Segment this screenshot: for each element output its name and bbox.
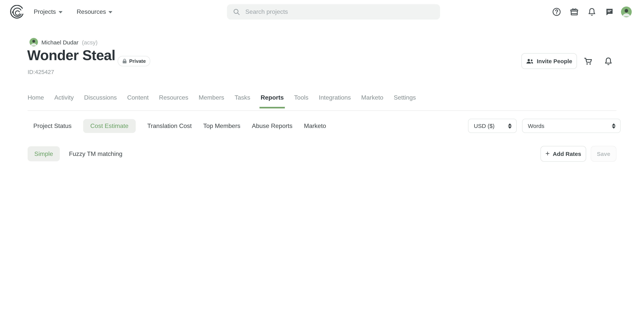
tab-tasks[interactable]: Tasks — [234, 94, 250, 108]
currency-select[interactable]: USD ($) — [468, 119, 517, 133]
invite-people-icon — [526, 58, 534, 64]
subtab-marketo[interactable]: Marketo — [304, 123, 326, 129]
project-owner[interactable]: Michael Dudar (acsy) — [30, 38, 98, 46]
help-icon[interactable] — [552, 7, 561, 16]
tab-settings[interactable]: Settings — [394, 94, 416, 108]
subtab-cost-estimate[interactable]: Cost Estimate — [83, 119, 136, 133]
owner-avatar — [30, 38, 38, 46]
user-avatar[interactable] — [621, 6, 632, 17]
nav-projects-label: Projects — [34, 8, 56, 15]
subtab-project-status[interactable]: Project Status — [33, 123, 72, 129]
mode-simple-toggle[interactable]: Simple — [28, 146, 60, 161]
page-title: Wonder Steal — [27, 47, 116, 64]
messages-icon[interactable] — [605, 7, 614, 16]
search-icon — [233, 8, 240, 15]
invite-people-label: Invite People — [537, 58, 572, 64]
privacy-badge-label: Private — [129, 58, 146, 64]
invite-people-button[interactable]: Invite People — [521, 53, 577, 69]
owner-suffix: (acsy) — [82, 39, 98, 45]
person-icon — [30, 38, 38, 46]
lock-icon — [122, 59, 127, 64]
updown-caret-icon — [612, 123, 616, 128]
top-nav: Projects Resources — [0, 0, 644, 24]
save-label: Save — [597, 151, 610, 157]
unit-select[interactable]: Words — [522, 119, 620, 133]
tab-tools[interactable]: Tools — [294, 94, 308, 108]
tab-integrations[interactable]: Integrations — [319, 94, 351, 108]
tab-marketo[interactable]: Marketo — [361, 94, 384, 108]
owner-name: Michael Dudar — [42, 39, 78, 45]
unit-select-value: Words — [528, 123, 544, 129]
tab-content[interactable]: Content — [127, 94, 148, 108]
tab-reports[interactable]: Reports — [261, 94, 284, 108]
updown-caret-icon — [508, 123, 512, 128]
nav-resources-label: Resources — [77, 8, 106, 15]
person-icon — [621, 6, 632, 17]
tab-home[interactable]: Home — [28, 94, 44, 108]
add-rates-label: Add Rates — [553, 151, 581, 157]
tab-resources[interactable]: Resources — [159, 94, 188, 108]
search-input[interactable] — [244, 8, 430, 16]
tab-activity[interactable]: Activity — [54, 94, 74, 108]
crowdin-logo[interactable] — [10, 5, 24, 19]
save-button[interactable]: Save — [591, 146, 616, 162]
subtab-translation-cost[interactable]: Translation Cost — [147, 123, 192, 129]
tab-discussions[interactable]: Discussions — [84, 94, 117, 108]
privacy-badge: Private — [118, 56, 150, 66]
notifications-bell-icon[interactable] — [587, 7, 596, 16]
tabs-divider — [28, 110, 616, 111]
tab-members[interactable]: Members — [199, 94, 224, 108]
app-root: Projects Resources — [0, 0, 644, 165]
chevron-down-icon — [109, 11, 112, 13]
project-notifications-icon[interactable] — [604, 57, 613, 66]
nav-projects-menu[interactable]: Projects — [34, 0, 62, 24]
mode-fuzzy-toggle[interactable]: Fuzzy TM matching — [69, 146, 122, 161]
report-subtabs: Project Status Cost Estimate Translation… — [33, 119, 326, 133]
chevron-down-icon — [59, 11, 62, 13]
plus-icon: + — [546, 149, 550, 158]
cart-icon[interactable] — [584, 57, 593, 66]
nav-resources-menu[interactable]: Resources — [77, 0, 112, 24]
wave-decoration — [0, 0, 644, 165]
gift-icon[interactable] — [570, 7, 579, 16]
search-bar — [227, 4, 440, 19]
project-id: ID:425427 — [28, 68, 54, 75]
currency-select-value: USD ($) — [474, 123, 494, 129]
main-tabs: Home Activity Discussions Content Resour… — [28, 94, 416, 108]
subtab-abuse-reports[interactable]: Abuse Reports — [252, 123, 292, 129]
add-rates-button[interactable]: + Add Rates — [540, 146, 586, 162]
subtab-top-members[interactable]: Top Members — [203, 123, 240, 129]
